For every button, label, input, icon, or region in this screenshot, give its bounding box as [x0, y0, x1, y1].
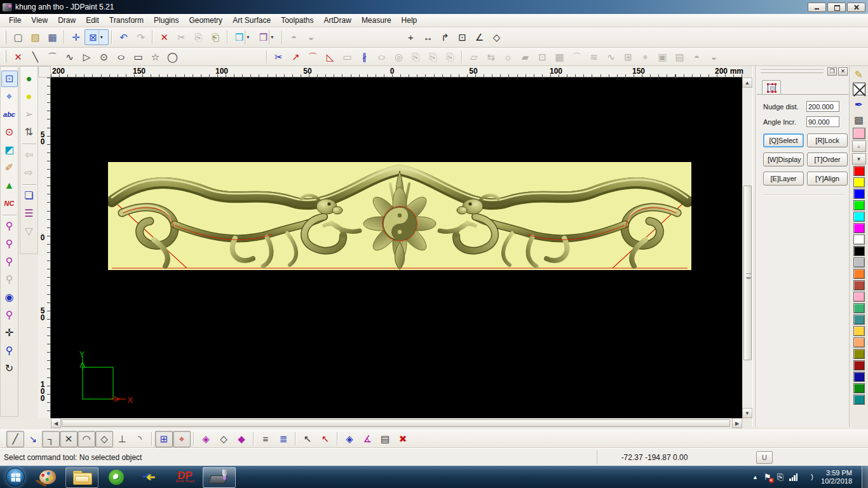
redraw-view-button[interactable]: ↻ — [1, 360, 18, 377]
layer-pages-button[interactable]: ❏ — [21, 187, 37, 204]
chamfer-button[interactable]: ◺ ▾ — [322, 49, 339, 65]
snap-intersection-button[interactable]: ✕ — [60, 431, 78, 447]
snap-rotate-button[interactable]: ◈ — [341, 431, 358, 447]
move-anchor-button[interactable]: ✛ ▾ — [67, 29, 85, 45]
palette-color-swatch[interactable] — [853, 189, 865, 199]
maximize-button[interactable] — [827, 3, 846, 12]
snap-arc-button[interactable]: ◠ — [78, 431, 95, 447]
menu-item[interactable]: Help — [397, 15, 423, 26]
no-color-swatch[interactable] — [853, 83, 865, 95]
palette-color-swatch[interactable] — [853, 303, 865, 313]
snap-node-button[interactable]: ◇ — [215, 431, 233, 447]
power-plug-icon[interactable]: ⎘ — [777, 472, 783, 482]
close-button[interactable] — [847, 3, 865, 12]
node-edit-tool-button[interactable]: ⌖ — [1, 88, 18, 105]
menu-item[interactable]: Draw — [53, 15, 81, 26]
palette-scroll-up-icon[interactable]: ▲ — [852, 140, 866, 152]
horizontal-scroll-thumb[interactable] — [62, 419, 730, 427]
menu-item[interactable]: Edit — [81, 15, 104, 26]
palette-color-swatch[interactable] — [853, 360, 865, 370]
zoom-out-button[interactable]: ⚲ — [1, 236, 18, 252]
snap-hatch-edge-button[interactable]: ≣ — [275, 431, 292, 447]
palette-color-swatch[interactable] — [853, 383, 865, 393]
measure-angle-button[interactable]: ∠ ▾ — [471, 29, 488, 45]
draw-arc-button[interactable]: ⌒ ▾ — [44, 49, 61, 65]
vertical-scroll-thumb[interactable] — [743, 186, 752, 360]
scroll-right-icon[interactable]: ▶ — [732, 418, 742, 428]
zoom-window-button[interactable]: ⚲ — [1, 218, 18, 234]
new-file-button[interactable]: ▢ ▾ — [10, 29, 27, 45]
palette-color-swatch[interactable] — [853, 337, 865, 348]
select-rect-button[interactable]: ⊠ ▾ — [85, 29, 109, 45]
fillet-button[interactable]: ⌒ ▾ — [304, 49, 322, 65]
measure-step-button[interactable]: ↱ ▾ — [437, 29, 454, 45]
palette-color-swatch[interactable] — [853, 223, 865, 233]
menu-item[interactable]: Art Surface — [227, 15, 276, 26]
trim-button[interactable]: ✂ ▾ — [270, 49, 287, 65]
nc-tool-button[interactable]: NC — [1, 195, 18, 212]
snap-hatch-button[interactable]: ≡ — [257, 431, 275, 447]
snap-clear-button[interactable]: ✖ — [394, 431, 412, 447]
draw-polyline-button[interactable]: ▷ ▾ — [78, 49, 95, 65]
horizontal-scrollbar[interactable]: ◀ ▶ — [51, 418, 742, 428]
palette-color-swatch[interactable] — [853, 177, 865, 187]
taskbar-clock[interactable]: 3:59 PM 10/2/2018 — [821, 469, 852, 485]
palette-color-swatch[interactable] — [853, 269, 865, 279]
draw-ellipse-button[interactable]: ○ ▾ — [112, 49, 130, 65]
menu-item[interactable]: Geometry — [184, 15, 227, 26]
measure-rect-button[interactable]: ⊡ ▾ — [454, 29, 471, 45]
swap-colors-button[interactable]: ⇅ — [21, 124, 37, 140]
palette-color-swatch[interactable] — [853, 234, 865, 245]
render-solid-button[interactable]: ❒ ▾ — [231, 29, 255, 45]
panel-button[interactable]: [Q]Select — [763, 133, 804, 147]
panel-button[interactable]: [E]Layer — [763, 172, 804, 186]
palette-color-swatch[interactable] — [853, 326, 865, 336]
panel-button[interactable]: [Y]Align — [807, 172, 848, 186]
scroll-left-icon[interactable]: ◀ — [51, 418, 61, 428]
dropdown-arrow-icon[interactable]: ▾ — [245, 30, 250, 44]
menu-item[interactable]: View — [26, 15, 53, 26]
palette-scroll-down-icon[interactable]: ▼ — [852, 153, 866, 165]
field-input[interactable] — [806, 116, 839, 127]
cursor-snap-on-button[interactable]: ↖ — [299, 431, 316, 447]
relief-tool-button[interactable]: ▲ — [1, 177, 18, 194]
taskbar-app-jdpaint[interactable] — [203, 467, 236, 488]
palette-color-swatch[interactable] — [853, 280, 865, 290]
scroll-down-icon[interactable]: ▼ — [742, 408, 752, 418]
panel-title-bar[interactable]: ❐ ✕ — [757, 66, 849, 76]
cursor-snap-off-button[interactable]: ↖ — [316, 431, 334, 447]
menu-item[interactable]: File — [4, 15, 26, 26]
color-picker-icon[interactable]: ✒ — [852, 97, 866, 111]
start-button[interactable] — [0, 466, 31, 488]
draw-line-button[interactable]: ╲ ▾ — [27, 49, 44, 65]
panel-close-button[interactable]: ✕ — [838, 67, 848, 76]
show-desktop-button[interactable] — [862, 466, 868, 488]
field-input[interactable] — [806, 101, 839, 112]
offset-curve-button[interactable]: ∦ ▾ — [356, 49, 373, 65]
pan-view-button[interactable]: ✛ — [1, 325, 18, 341]
menu-item[interactable]: Plugins — [149, 15, 184, 26]
panel-grip[interactable] — [761, 69, 824, 73]
panel-restore-button[interactable]: ❐ — [827, 67, 837, 76]
text-tool-button[interactable]: abc — [1, 106, 18, 123]
action-center-flag-icon[interactable]: ⚑✕ — [764, 472, 771, 482]
taskbar-app-browser[interactable] — [100, 467, 133, 488]
fill-tool-button[interactable]: ◩ — [1, 142, 18, 158]
palette-color-swatch[interactable] — [853, 166, 865, 176]
palette-color-swatch[interactable] — [853, 315, 865, 325]
toolbar-grip[interactable] — [4, 50, 6, 63]
panel-tab-select[interactable] — [762, 80, 781, 95]
draw-spline-button[interactable]: ∿ ▾ — [61, 49, 78, 65]
tray-expand-icon[interactable]: ▲ — [752, 474, 758, 480]
current-color-swatch[interactable] — [853, 128, 865, 139]
relief-artwork[interactable] — [108, 162, 691, 270]
snap-corner-button[interactable]: ┐ — [42, 431, 60, 447]
snap-tangent-button[interactable]: ◝ — [131, 431, 149, 447]
zoom-one-to-one-button[interactable]: ⚲ — [1, 342, 18, 359]
snap-grid-button[interactable]: ⊞ — [155, 431, 173, 447]
view-all-button[interactable]: ◉ — [1, 289, 18, 306]
zoom-in-button[interactable]: ⚲ — [1, 254, 18, 270]
minimize-button[interactable] — [808, 3, 826, 12]
palette-color-swatch[interactable] — [853, 212, 865, 222]
snap-coordinate-button[interactable]: ⌖ — [173, 431, 191, 447]
